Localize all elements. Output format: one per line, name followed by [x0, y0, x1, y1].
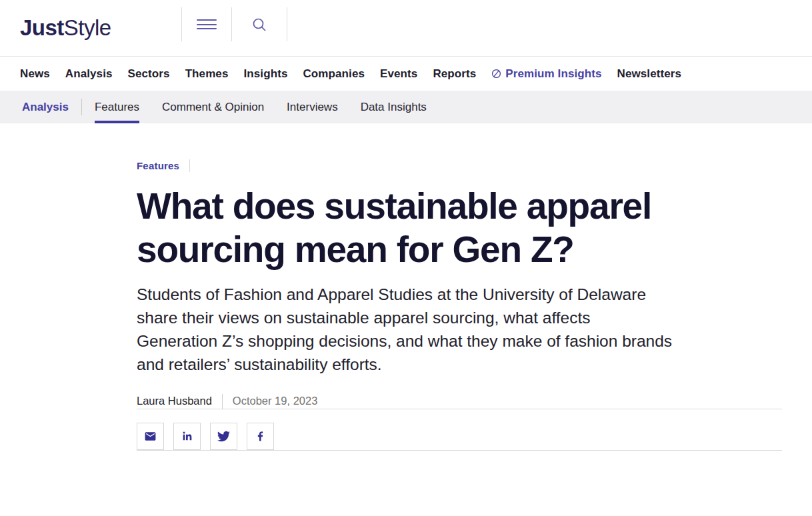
nav-item-events[interactable]: Events: [380, 67, 417, 81]
logo-text-bold: Just: [20, 15, 64, 40]
subnav-item-interviews[interactable]: Interviews: [287, 91, 338, 123]
divider-rule: [137, 450, 782, 451]
article-standfirst: Students of Fashion and Apparel Studies …: [137, 283, 782, 376]
byline-divider: [222, 394, 223, 409]
nav-item-newsletters[interactable]: Newsletters: [617, 67, 682, 81]
subnav-section-analysis[interactable]: Analysis: [22, 91, 69, 123]
author-link[interactable]: Laura Husband: [137, 395, 212, 407]
nav-item-sectors[interactable]: Sectors: [128, 67, 170, 81]
logo-text-light: Style: [64, 15, 111, 40]
share-twitter-button[interactable]: [210, 423, 237, 450]
category-link[interactable]: Features: [137, 160, 179, 171]
share-facebook-button[interactable]: [247, 423, 274, 450]
article-title: What does sustainable apparel sourcing m…: [137, 185, 770, 271]
nav-item-themes[interactable]: Themes: [185, 67, 229, 81]
twitter-icon: [217, 430, 230, 443]
subnav-divider: [81, 99, 82, 115]
nav-item-news[interactable]: News: [20, 67, 50, 81]
sub-nav: Analysis Features Comment & Opinion Inte…: [0, 91, 812, 123]
hamburger-icon: [197, 17, 217, 33]
subnav-item-data-insights[interactable]: Data Insights: [361, 91, 427, 123]
nav-item-companies[interactable]: Companies: [303, 67, 365, 81]
header-divider: [287, 7, 287, 41]
nav-item-reports[interactable]: Reports: [433, 67, 476, 81]
share-row: [137, 423, 782, 450]
nav-item-premium-insights[interactable]: Premium Insights: [491, 67, 601, 81]
nav-item-premium-label: Premium Insights: [505, 67, 601, 81]
divider-rule: [137, 409, 782, 409]
subnav-item-comment-opinion[interactable]: Comment & Opinion: [162, 91, 264, 123]
share-email-button[interactable]: [137, 423, 164, 450]
byline: Laura Husband October 19, 2023: [137, 394, 782, 409]
publish-date: October 19, 2023: [233, 395, 318, 407]
share-linkedin-button[interactable]: [173, 423, 201, 450]
header-tools: [181, 7, 287, 41]
search-button[interactable]: [232, 7, 287, 41]
nav-item-insights[interactable]: Insights: [243, 67, 287, 81]
email-icon: [144, 430, 157, 443]
site-logo[interactable]: JustStyle: [20, 15, 111, 41]
article: Features What does sustainable apparel s…: [137, 159, 782, 451]
main-nav: News Analysis Sectors Themes Insights Co…: [0, 57, 812, 91]
category-divider: [189, 159, 190, 172]
facebook-icon: [254, 430, 267, 443]
premium-lock-icon: [491, 69, 501, 79]
category-row: Features: [137, 159, 782, 172]
site-header: JustStyle: [0, 0, 812, 57]
search-icon: [251, 17, 267, 33]
nav-item-analysis[interactable]: Analysis: [65, 67, 113, 81]
linkedin-icon: [181, 430, 193, 442]
subnav-items: Features Comment & Opinion Interviews Da…: [95, 91, 427, 123]
subnav-item-features[interactable]: Features: [95, 91, 139, 123]
menu-button[interactable]: [182, 7, 231, 41]
